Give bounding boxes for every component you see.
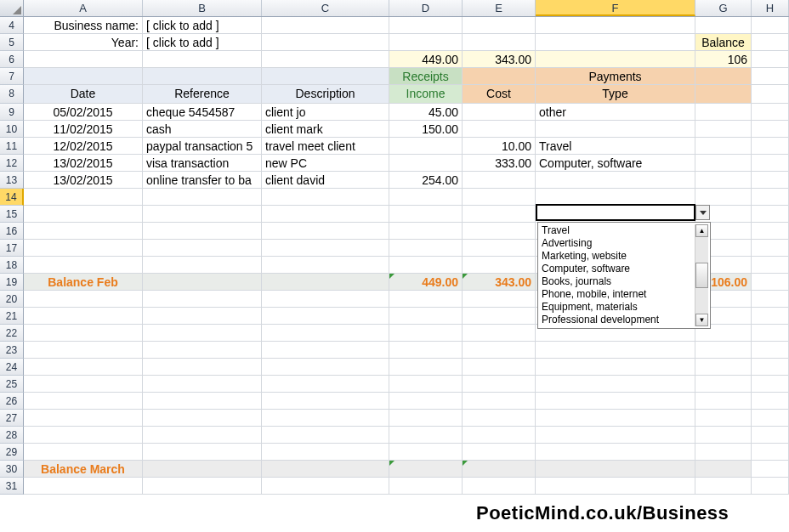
cell-A25[interactable] [24,376,143,393]
cell-A28[interactable] [24,427,143,444]
cell-B12[interactable]: visa transaction [143,155,262,172]
cell-B30[interactable] [143,461,262,478]
cell-A5[interactable]: Year: [24,34,143,51]
cell-C4[interactable] [262,17,389,34]
cell-E4[interactable] [463,17,536,34]
cell-H8[interactable] [752,85,789,104]
cell-E20[interactable] [463,291,536,308]
cell-C25[interactable] [262,376,389,393]
col-header-H[interactable]: H [752,0,789,16]
cell-F27[interactable] [536,410,695,427]
cell-G23[interactable] [695,342,752,359]
cell-B17[interactable] [143,240,262,257]
cell-A23[interactable] [24,342,143,359]
cell-C8[interactable]: Description [262,85,389,104]
cell-A30[interactable]: Balance March [24,461,143,478]
cell-A26[interactable] [24,393,143,410]
cell-F29[interactable] [536,444,695,461]
cell-F7[interactable]: Payments [536,68,695,85]
cell-H27[interactable] [752,410,789,427]
col-header-C[interactable]: C [262,0,389,16]
col-header-D[interactable]: D [389,0,463,16]
cell-A27[interactable] [24,410,143,427]
row-header-29[interactable]: 29 [0,444,24,461]
cell-B14[interactable] [143,189,262,206]
cell-B29[interactable] [143,444,262,461]
cell-C19[interactable] [262,274,389,291]
dropdown-scrollbar[interactable]: ▲ ▼ [695,224,708,326]
cell-H20[interactable] [752,291,789,308]
cell-B11[interactable]: paypal transaction 5 [143,138,262,155]
cell-E29[interactable] [463,444,536,461]
cell-D12[interactable] [389,155,463,172]
cell-B7[interactable] [143,68,262,85]
cell-B31[interactable] [143,478,262,495]
cell-H31[interactable] [752,478,789,495]
cell-C24[interactable] [262,359,389,376]
cell-B18[interactable] [143,257,262,274]
cell-G30[interactable] [695,461,752,478]
cell-D21[interactable] [389,308,463,325]
cell-E24[interactable] [463,359,536,376]
cell-A21[interactable] [24,308,143,325]
cell-H7[interactable] [752,68,789,85]
cell-G29[interactable] [695,444,752,461]
cell-E15[interactable] [463,206,536,223]
cell-B8[interactable]: Reference [143,85,262,104]
cell-D7[interactable]: Receipts [389,68,463,85]
cell-A17[interactable] [24,240,143,257]
row-header-7[interactable]: 7 [0,68,24,85]
dropdown-option[interactable]: Marketing, website [542,250,693,263]
dropdown-option[interactable]: Advertising [542,237,693,250]
cell-C21[interactable] [262,308,389,325]
cell-A22[interactable] [24,325,143,342]
cell-C7[interactable] [262,68,389,85]
scroll-up-button[interactable]: ▲ [695,224,708,237]
cell-A10[interactable]: 11/02/2015 [24,121,143,138]
cell-D29[interactable] [389,444,463,461]
cell-F23[interactable] [536,342,695,359]
cell-G28[interactable] [695,427,752,444]
cell-B15[interactable] [143,206,262,223]
cell-E11[interactable]: 10.00 [463,138,536,155]
row-header-16[interactable]: 16 [0,223,24,240]
cell-A12[interactable]: 13/02/2015 [24,155,143,172]
cell-F13[interactable] [536,172,695,189]
cell-E14[interactable] [463,189,536,206]
row-header-23[interactable]: 23 [0,342,24,359]
cell-F15[interactable] [536,206,695,223]
cell-H16[interactable] [752,223,789,240]
cell-H4[interactable] [752,17,789,34]
data-validation-dropdown-list[interactable]: TravelAdvertisingMarketing, websiteCompu… [537,222,711,329]
cell-H6[interactable] [752,51,789,68]
cell-E6[interactable]: 343.00 [463,51,536,68]
cell-E5[interactable] [463,34,536,51]
cell-C5[interactable] [262,34,389,51]
cell-G26[interactable] [695,393,752,410]
cell-H13[interactable] [752,172,789,189]
cell-H21[interactable] [752,308,789,325]
scroll-thumb[interactable] [695,263,708,288]
cell-H28[interactable] [752,427,789,444]
cell-C22[interactable] [262,325,389,342]
cell-F26[interactable] [536,393,695,410]
row-header-15[interactable]: 15 [0,206,24,223]
cell-D14[interactable] [389,189,463,206]
cell-H24[interactable] [752,359,789,376]
row-header-12[interactable]: 12 [0,155,24,172]
row-header-22[interactable]: 22 [0,325,24,342]
cell-D24[interactable] [389,359,463,376]
cell-A9[interactable]: 05/02/2015 [24,104,143,121]
row-header-17[interactable]: 17 [0,240,24,257]
dropdown-option[interactable]: Computer, software [542,263,693,275]
cell-E28[interactable] [463,427,536,444]
cell-E12[interactable]: 333.00 [463,155,536,172]
cell-H11[interactable] [752,138,789,155]
col-header-A[interactable]: A [24,0,143,16]
cell-D20[interactable] [389,291,463,308]
cell-E7[interactable] [463,68,536,85]
cell-H23[interactable] [752,342,789,359]
cell-D19[interactable]: 449.00 [389,274,463,291]
cell-G27[interactable] [695,410,752,427]
cell-B9[interactable]: cheque 5454587 [143,104,262,121]
